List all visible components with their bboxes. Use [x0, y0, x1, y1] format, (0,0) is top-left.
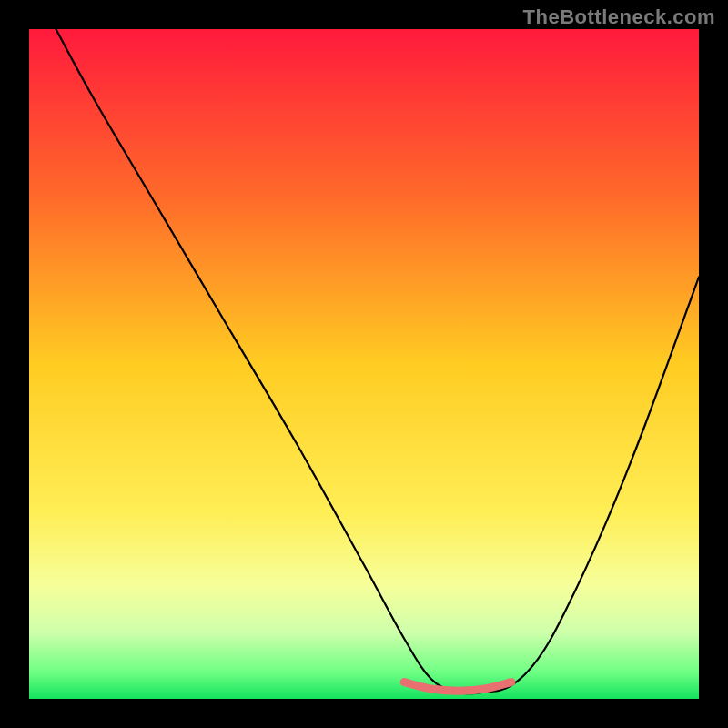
chart-frame: TheBottleneck.com — [0, 0, 728, 728]
bottleneck-chart — [0, 0, 728, 728]
attribution-label: TheBottleneck.com — [523, 5, 715, 29]
plot-background — [29, 29, 699, 699]
